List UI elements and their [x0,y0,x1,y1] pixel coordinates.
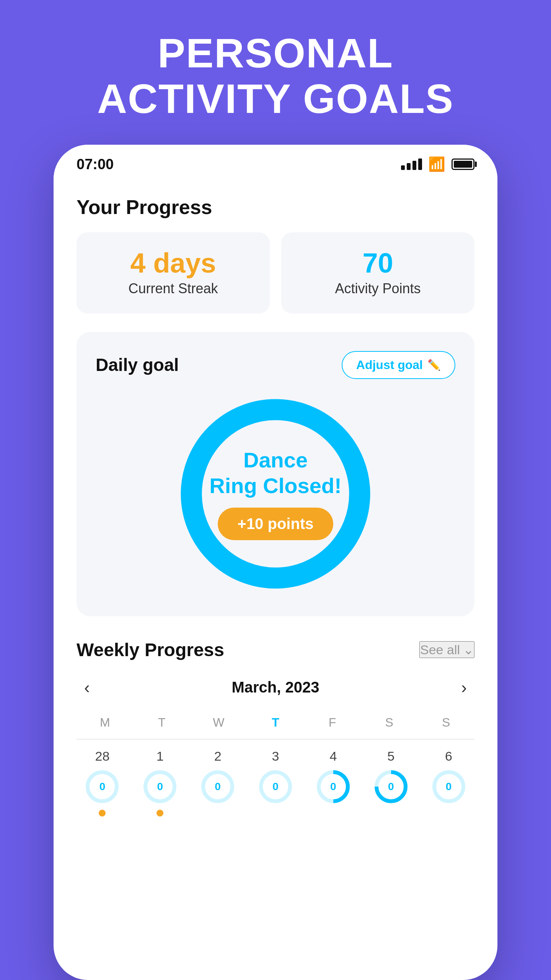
daily-goal-title: Daily goal [96,354,179,375]
prev-month-button[interactable]: ‹ [77,674,98,701]
chevron-down-icon: ⌄ [463,642,474,657]
date-cell-5: 5 0 [365,749,417,817]
mini-ring-28: 0 [83,768,121,806]
ring-content: Dance Ring Closed! +10 points [209,447,341,540]
main-content: Your Progress 4 days Current Streak 70 A… [54,180,497,980]
adjust-goal-button[interactable]: Adjust goal ✏️ [342,351,455,379]
see-all-button[interactable]: See all ⌄ [419,641,474,658]
streak-value: 4 days [130,249,216,277]
streak-label: Current Streak [128,281,218,297]
mini-ring-5: 0 [372,768,410,806]
daily-goal-header: Daily goal Adjust goal ✏️ [96,351,455,379]
day-label-sun: S [417,712,474,733]
page-title: PERSONAL ACTIVITY GOALS [97,31,454,122]
date-3: 3 [272,749,279,764]
mini-ring-4: 0 [314,768,352,806]
points-card: 70 Activity Points [281,232,474,314]
daily-goal-section: Daily goal Adjust goal ✏️ [77,332,474,616]
ring-wrapper: Dance Ring Closed! +10 points [176,394,375,593]
progress-cards: 4 days Current Streak 70 Activity Points [77,232,474,314]
day-label-fri: F [304,712,361,733]
date-cell-28: 28 0 [77,749,128,817]
mini-ring-3: 0 [256,768,295,806]
day-label-sat: S [361,712,418,733]
mini-ring-2: 0 [199,768,237,806]
points-value: 70 [362,249,393,277]
progress-section-title: Your Progress [77,196,474,219]
dot-28 [99,810,106,817]
day-label-thu: T [247,712,304,733]
ring-text: Dance Ring Closed! [209,447,341,498]
signal-icon [401,158,422,170]
date-6: 6 [445,749,452,764]
status-icons: 📶 [401,156,474,172]
status-time: 07:00 [77,156,114,173]
points-badge: +10 points [218,508,334,540]
battery-icon [452,158,474,170]
date-4: 4 [329,749,337,764]
calendar-nav: ‹ March, 2023 › [77,674,474,701]
calendar-divider [77,739,474,740]
date-28: 28 [95,749,110,764]
date-cell-2: 2 0 [192,749,244,817]
day-label-mon: M [77,712,134,733]
edit-icon: ✏️ [427,359,441,371]
date-cell-6: 6 0 [423,749,474,817]
calendar-month: March, 2023 [231,679,319,696]
ring-container: Dance Ring Closed! +10 points [96,394,455,593]
weekly-progress-title: Weekly Progress [77,639,224,660]
mini-ring-6: 0 [430,768,468,806]
date-2: 2 [214,749,222,764]
streak-card: 4 days Current Streak [77,232,270,314]
status-bar: 07:00 📶 [54,145,497,180]
date-cell-1: 1 0 [134,749,186,817]
date-1: 1 [156,749,164,764]
wifi-icon: 📶 [428,156,445,172]
points-label: Activity Points [335,281,421,297]
adjust-goal-label: Adjust goal [356,358,423,372]
date-5: 5 [387,749,395,764]
dot-1 [156,810,163,817]
next-month-button[interactable]: › [453,674,474,701]
day-label-tue: T [134,712,191,733]
calendar-days-header: M T W T F S S [77,712,474,733]
calendar-dates: 28 0 1 [77,749,474,817]
date-cell-3: 3 0 [250,749,302,817]
day-label-wed: W [190,712,247,733]
mini-ring-1: 0 [141,768,179,806]
date-cell-4: 4 0 [307,749,359,817]
weekly-progress-header: Weekly Progress See all ⌄ [77,639,474,660]
weekly-progress-section: Weekly Progress See all ⌄ ‹ March, 2023 … [77,639,474,817]
phone-frame: 07:00 📶 Your Progress 4 days Current Str… [54,145,497,980]
